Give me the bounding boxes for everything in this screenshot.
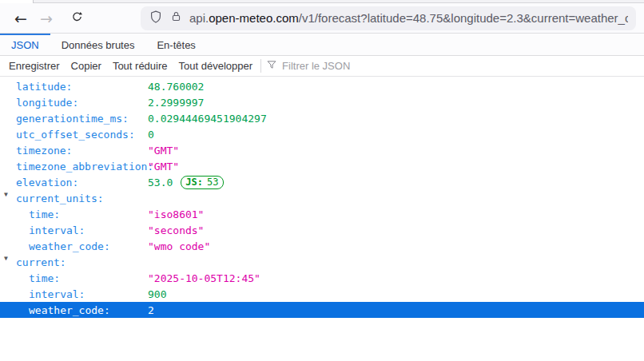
- json-row-longitude[interactable]: longitude: 2.2999997: [0, 94, 644, 110]
- json-value: "GMT": [148, 161, 179, 173]
- active-tab-bottom: [0, 0, 34, 3]
- tab-headers[interactable]: En-têtes: [145, 34, 206, 55]
- url-subdomain: api.: [189, 11, 209, 25]
- json-row-current-time[interactable]: time: "2025-10-05T12:45": [0, 270, 644, 286]
- json-key: weather_code:: [0, 304, 110, 316]
- url-path: /v1/forecast?latitude=48.75&longitude=2.…: [299, 11, 628, 25]
- tab-strip-background: [34, 0, 644, 3]
- copy-button[interactable]: Copier: [66, 60, 107, 72]
- json-key: longitude:: [0, 97, 78, 109]
- json-key: interval:: [0, 288, 85, 300]
- json-row-current-units[interactable]: ▼ current_units:: [0, 190, 644, 206]
- toolbar-divider: [260, 59, 261, 73]
- json-key: interval:: [0, 224, 85, 236]
- js-badge-label: JS:: [185, 177, 203, 188]
- json-row-generationtime[interactable]: generationtime_ms: 0.02944469451904297: [0, 110, 644, 126]
- forward-button[interactable]: →: [34, 6, 59, 30]
- reload-icon: [70, 10, 84, 27]
- expand-all-button[interactable]: Tout développer: [173, 60, 259, 72]
- json-value: "2025-10-05T12:45": [148, 272, 260, 284]
- json-key: current_units:: [0, 192, 104, 204]
- json-key: weather_code:: [0, 240, 110, 252]
- json-value: 0.02944469451904297: [148, 113, 267, 125]
- json-row-utc-offset[interactable]: utc_offset_seconds: 0: [0, 126, 644, 142]
- json-row-timezone-abbreviation[interactable]: timezone_abbreviation: "GMT": [0, 158, 644, 174]
- tab-json[interactable]: JSON: [0, 34, 50, 55]
- browser-window: ← → api.open-meteo.com/v: [0, 0, 644, 318]
- json-row-current-weather-code[interactable]: weather_code: 2: [0, 302, 644, 318]
- collapse-arrow-icon[interactable]: ▼: [4, 191, 8, 198]
- collapse-arrow-icon[interactable]: ▼: [4, 255, 8, 262]
- json-key: elevation:: [0, 177, 78, 188]
- json-key: generationtime_ms:: [0, 113, 129, 125]
- json-key: latitude:: [0, 81, 72, 93]
- json-row-current-interval[interactable]: interval: 900: [0, 286, 644, 302]
- json-value: 900: [148, 288, 166, 300]
- shield-icon[interactable]: [149, 10, 163, 27]
- url-text: api.open-meteo.com/v1/forecast?latitude=…: [189, 11, 628, 25]
- lock-icon[interactable]: [170, 10, 182, 26]
- json-row-latitude[interactable]: latitude: 48.760002: [0, 78, 644, 94]
- json-key: timezone:: [0, 145, 72, 157]
- json-key: time:: [0, 208, 60, 220]
- jsonviewer-tab-bar: JSON Données brutes En-têtes: [0, 34, 644, 56]
- json-key: timezone_abbreviation:: [0, 161, 153, 173]
- tab-strip-remnant: [0, 0, 644, 3]
- json-value: 0: [148, 129, 154, 141]
- js-value-badge: JS:53: [181, 176, 224, 189]
- js-badge-value: 53: [207, 177, 218, 188]
- json-filter-input[interactable]: [282, 60, 418, 72]
- json-row-elevation[interactable]: elevation: 53.0 JS:53: [0, 174, 644, 190]
- json-row-current[interactable]: ▼ current:: [0, 254, 644, 270]
- json-value: 53.0: [148, 177, 173, 188]
- filter-funnel-icon: [266, 59, 277, 73]
- collapse-all-button[interactable]: Tout réduire: [107, 60, 173, 72]
- json-row-timezone[interactable]: timezone: "GMT": [0, 142, 644, 158]
- json-value: "iso8601": [148, 208, 204, 220]
- json-value: 2: [148, 304, 154, 316]
- url-domain: open-meteo.com: [209, 11, 299, 25]
- save-button[interactable]: Enregistrer: [3, 60, 66, 72]
- json-value: 48.760002: [148, 81, 204, 93]
- json-key: utc_offset_seconds:: [0, 129, 135, 141]
- back-button[interactable]: ←: [8, 6, 34, 30]
- filter-area: [266, 59, 418, 73]
- json-row-units-weather-code[interactable]: weather_code: "wmo code": [0, 238, 644, 254]
- json-value: "seconds": [148, 224, 204, 236]
- json-row-units-time[interactable]: time: "iso8601": [0, 206, 644, 222]
- json-panel: latitude: 48.760002 longitude: 2.2999997…: [0, 77, 644, 318]
- jsonviewer-toolbar: Enregistrer Copier Tout réduire Tout dév…: [0, 56, 644, 77]
- json-value: "GMT": [148, 145, 179, 157]
- tab-raw-data[interactable]: Données brutes: [50, 34, 146, 55]
- reload-button[interactable]: [64, 6, 89, 30]
- json-value: 2.2999997: [148, 97, 204, 109]
- url-bar[interactable]: api.open-meteo.com/v1/forecast?latitude=…: [141, 6, 636, 30]
- browser-toolbar: ← → api.open-meteo.com/v: [0, 3, 644, 34]
- json-value: "wmo code": [148, 240, 210, 252]
- json-key: time:: [0, 272, 60, 284]
- json-row-units-interval[interactable]: interval: "seconds": [0, 222, 644, 238]
- json-key: current:: [0, 256, 66, 268]
